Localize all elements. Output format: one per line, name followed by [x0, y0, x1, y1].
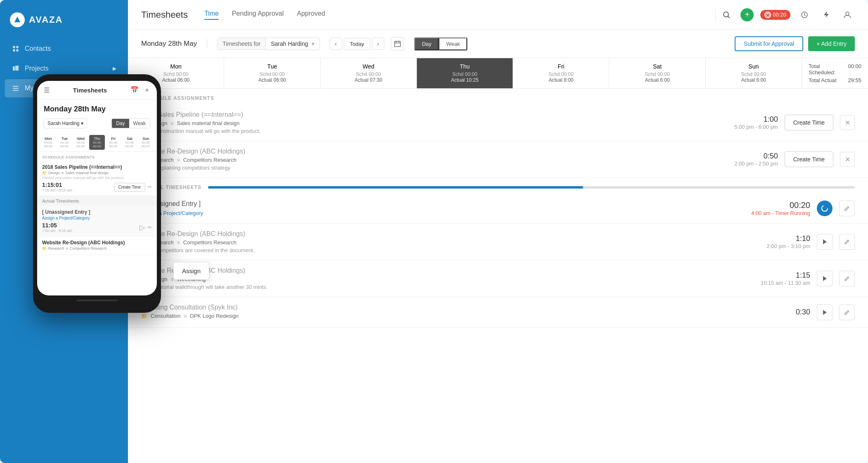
close-schedule-2-button[interactable]: ✕: [840, 152, 855, 167]
schedule-item-1-desc: Printed instruction manual will go with …: [141, 128, 697, 134]
schedule-item-2-desc: Client explaining competitors strategy: [141, 165, 697, 171]
edit-btn-3[interactable]: [839, 271, 855, 286]
user-selector[interactable]: Sarah Harding ▾: [266, 38, 319, 50]
day-fri[interactable]: Fri Schd 00:00 Actual 8:00: [513, 58, 609, 88]
actual-title-2: Website Re-Design (ABC Holdings): [141, 230, 721, 238]
flash-button[interactable]: [818, 7, 833, 22]
svg-rect-12: [395, 41, 400, 47]
day-wed[interactable]: Wed Schd 00:00 Actual 07:30: [321, 58, 417, 88]
phone-screen-inner: ☰ Timesheets 📅 ＋ Monday 28th May Sarah H…: [37, 81, 157, 255]
schedule-item-2-info: Website Re-Design (ABC Holdings) 📁 Resea…: [141, 148, 697, 171]
assign-tooltip[interactable]: Assign: [173, 262, 209, 280]
timer-badge[interactable]: 00:20: [760, 10, 790, 20]
phone-header: ☰ Timesheets 📅 ＋: [37, 81, 157, 100]
global-add-button[interactable]: +: [740, 8, 754, 21]
day-view-button[interactable]: Day: [414, 38, 439, 50]
create-time-btn-2[interactable]: Create Time: [785, 151, 833, 167]
phone-actual-item-1: Website Re-Design (ABC Holdings) 📁 Resea…: [37, 236, 157, 255]
svg-point-7: [724, 12, 728, 17]
phone-day-sat[interactable]: Sat 00:00 00:00: [122, 135, 137, 150]
phone-create-time-btn[interactable]: Create Time: [114, 183, 145, 191]
tab-pending[interactable]: Pending Approval: [232, 10, 284, 20]
play-btn-2[interactable]: [817, 234, 833, 250]
play-btn-4[interactable]: [817, 305, 833, 320]
header-actions: + 00:20: [719, 7, 855, 22]
phone-day-thu[interactable]: Thu 00:00 00:00: [89, 135, 104, 150]
day-tue[interactable]: Tue Schd 00:00 Actual 06:00: [224, 58, 320, 88]
schedule-item-1: 2018 Sales Pipeline (==Internal==) 📁 Des…: [128, 104, 868, 141]
svg-rect-0: [13, 46, 15, 48]
clock-history-button[interactable]: [797, 7, 812, 22]
list-icon: ≡: [177, 157, 180, 163]
svg-line-8: [728, 16, 730, 18]
edit-btn-4[interactable]: [839, 305, 855, 320]
phone-day-wed[interactable]: Wed 00:00 00:00: [73, 135, 88, 150]
phone-day-mon[interactable]: Mon 00:00 00:00: [40, 135, 56, 150]
submit-approval-button[interactable]: Submit for Approval: [735, 36, 803, 51]
phone-edit-schedule-icon[interactable]: ✏: [148, 184, 152, 190]
phone-title: Timesheets: [73, 87, 107, 94]
top-header: Timesheets Time Pending Approval Approve…: [128, 0, 868, 30]
phone-user-selector[interactable]: Sarah Harding ▾: [44, 118, 87, 128]
day-sat[interactable]: Sat Schd 00:00 Actual 6:00: [609, 58, 705, 88]
tab-time[interactable]: Time: [204, 10, 219, 20]
close-schedule-1-button[interactable]: ✕: [840, 115, 855, 130]
content-scroll: SCHEDULE ASSIGNMENTS 2018 Sales Pipeline…: [128, 89, 868, 463]
phone-day-sun[interactable]: Sun 00:00 00:00: [138, 135, 154, 150]
add-entry-button[interactable]: + Add Entry: [808, 36, 855, 51]
phone-home-indicator: [76, 300, 118, 301]
actual-unassigned-time: 00:20 4:00 am - Timer Running: [728, 201, 810, 216]
actual-unassigned-row: [ Unassigned Entry ] Assign a Project/Ca…: [128, 194, 868, 224]
phone-play-unassigned[interactable]: ▷: [140, 223, 145, 232]
schedule-item-1-meta: 📁 Design ≡ Sales material final design: [141, 120, 697, 126]
phone-week-btn[interactable]: Weak: [129, 119, 150, 128]
phone-assign-link[interactable]: Assign a Project/Category: [42, 216, 152, 220]
user-name: Sarah Harding: [271, 40, 308, 47]
date-nav: ‹ Today ›: [330, 38, 385, 50]
phone-edit-unassigned[interactable]: ✏: [148, 224, 152, 230]
actual-info-2: Website Re-Design (ABC Holdings) 📁 Resea…: [141, 230, 721, 253]
phone-day-tue[interactable]: Tue 00:00 00:00: [57, 135, 72, 150]
phone-day-btn[interactable]: Day: [112, 119, 129, 128]
phone-user-name: Sarah Harding: [47, 120, 79, 126]
phone-actual-title: Actual Timesheets: [37, 196, 157, 206]
timer-running-button[interactable]: [817, 201, 833, 216]
projects-icon: [12, 64, 20, 73]
phone-day-fri[interactable]: Fri 00:00 00:00: [106, 135, 121, 150]
actual-meta-3: 📁 Design ≡ Wireframing: [141, 276, 721, 282]
edit-btn-2[interactable]: [839, 234, 855, 250]
search-button[interactable]: [719, 7, 734, 22]
svg-point-11: [846, 12, 849, 15]
svg-rect-6: [13, 90, 19, 91]
phone-add-icon[interactable]: ＋: [144, 86, 150, 94]
actual-unassigned-info: [ Unassigned Entry ] Assign a Project/Ca…: [141, 200, 721, 217]
header-separator: [715, 9, 716, 21]
actual-row-3: Website Re-Design (ABC Holdings) 📁 Desig…: [128, 260, 868, 297]
week-view-button[interactable]: Weak: [439, 38, 467, 50]
today-button[interactable]: Today: [344, 38, 371, 50]
sidebar-item-contacts[interactable]: Contacts: [5, 40, 123, 58]
edit-unassigned-button[interactable]: [839, 201, 855, 216]
logo-icon: [10, 12, 25, 27]
actual-desc-3: In app tutorial walkthrough will take an…: [141, 284, 721, 290]
calendar-button[interactable]: [391, 37, 404, 50]
sidebar-item-label: Projects: [25, 65, 49, 72]
create-time-btn-1[interactable]: Create Time: [785, 115, 833, 130]
next-date-button[interactable]: ›: [372, 38, 384, 50]
svg-point-16: [822, 206, 828, 211]
schedule-item-1-info: 2018 Sales Pipeline (==Internal==) 📁 Des…: [141, 111, 697, 134]
progress-bar: [208, 186, 855, 189]
actual-desc-2: Top 5 competitors are covered in the doc…: [141, 247, 721, 253]
tasks-icon: [12, 84, 20, 92]
phone-actual-item-meta: 📁 Research ≡ Competitors Research: [42, 246, 152, 250]
play-btn-3[interactable]: [817, 271, 833, 286]
profile-button[interactable]: [840, 7, 855, 22]
day-sun[interactable]: Sun Schd 00:00 Actual 6:00: [706, 58, 802, 88]
toolbar-separator: [207, 39, 207, 49]
progress-bar-fill: [208, 186, 583, 189]
prev-date-button[interactable]: ‹: [330, 38, 342, 50]
tab-approved[interactable]: Approved: [297, 10, 325, 20]
phone-calendar-icon[interactable]: 📅: [130, 86, 139, 94]
day-thu[interactable]: Thu Schd 00:00 Actual 10:25: [417, 58, 513, 88]
schedule-item-2-time: 0:50 2:00 pm - 2:50 pm: [704, 152, 778, 167]
